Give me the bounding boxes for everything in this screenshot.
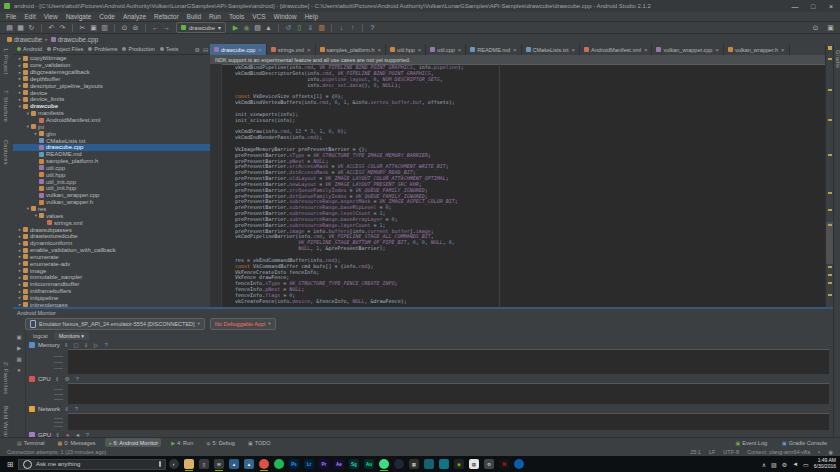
chrome-icon[interactable]	[257, 457, 271, 471]
pause-icon[interactable]: ‖	[63, 342, 70, 348]
editor-tab-drawcube-cpp[interactable]: drawcube.cpp×	[210, 44, 267, 55]
tree-item-strings-xml[interactable]: strings.xml	[13, 219, 210, 226]
lightroom-icon[interactable]: Lr	[302, 457, 316, 471]
save-icon[interactable]: ▦	[16, 22, 25, 33]
open-icon[interactable]: ▤	[5, 22, 14, 33]
menu-file[interactable]: File	[6, 13, 16, 20]
code-text[interactable]: vkCmdBindPipeline(info.cmd, VK_PIPELINE_…	[223, 65, 825, 307]
toolwindow-button-6-android-monitor[interactable]: ●6: Android Monitor	[105, 438, 161, 447]
task-view-icon[interactable]: ◐	[167, 457, 181, 471]
premiere-icon[interactable]: Pr	[317, 457, 331, 471]
tree-item-drawsubpasses[interactable]: ▸drawsubpasses	[13, 226, 210, 233]
editor-tab-vulkan_wrapper-h[interactable]: vulkan_wrapper.h×	[724, 44, 790, 55]
editor-tab-util-cpp[interactable]: util.cpp×	[426, 44, 466, 55]
tree-item-util-cpp[interactable]: util.cpp	[13, 165, 210, 172]
tree-item-values[interactable]: ▾values	[13, 212, 210, 219]
menu-vcs[interactable]: VCS	[252, 13, 265, 20]
gc-icon[interactable]: ▢	[73, 342, 80, 348]
copy-icon[interactable]: ▣	[89, 22, 98, 33]
cortana-search[interactable]: Ask me anything	[18, 459, 166, 470]
menu-refactor[interactable]: Refactor	[154, 13, 179, 20]
tree-item-res[interactable]: ▾res	[13, 206, 210, 213]
gear-icon[interactable]: ⚙	[64, 376, 71, 382]
menu-view[interactable]: View	[44, 13, 58, 20]
status-widget[interactable]: LF	[709, 449, 715, 455]
taskbar-clock[interactable]: 1:49 AM 6/30/2016	[814, 458, 836, 469]
close-icon[interactable]: ×	[378, 47, 382, 53]
tree-item-depthbuffer[interactable]: ▸depthbuffer	[13, 76, 210, 83]
settings-icon[interactable]: ⚙	[195, 46, 200, 53]
teal-app-2-icon[interactable]	[437, 457, 451, 471]
tree-item-descriptor_pipeline_layouts[interactable]: ▸descriptor_pipeline_layouts	[13, 82, 210, 89]
close-icon[interactable]: ×	[644, 47, 648, 53]
editor-tab-androidmanifest-xml[interactable]: AndroidManifest.xml×	[580, 44, 652, 55]
photos-icon[interactable]: ▲	[227, 457, 241, 471]
editor-tab-readme-md[interactable]: README.md×	[466, 44, 521, 55]
teal-app-icon[interactable]	[422, 457, 436, 471]
tree-item-drawtexturedcube[interactable]: ▸drawtexturedcube	[13, 233, 210, 240]
status-widget[interactable]: UTF-8	[723, 449, 739, 455]
tree-item-core_validation[interactable]: ▸core_validation	[13, 62, 210, 69]
tray-expand-icon[interactable]: ∧	[762, 461, 766, 468]
device-dropdown[interactable]: Emulator Nexus_6P_API_24 emulator-5554 […	[25, 318, 205, 330]
tree-item-jni[interactable]: ▾jni	[13, 123, 210, 130]
tree-item-drawcube[interactable]: ▾drawcube	[13, 103, 210, 110]
toolwindow-button-gradle-console[interactable]: ▣Gradle Console	[779, 438, 830, 447]
nvidia-icon[interactable]: ◉	[452, 457, 466, 471]
sync-gradle-icon[interactable]: ↺	[284, 22, 293, 33]
android-studio-icon[interactable]	[377, 457, 391, 471]
process-dropdown[interactable]: No Debuggable Appl ▾	[210, 318, 276, 330]
menu-code[interactable]: Code	[99, 13, 115, 20]
tray-volume-icon[interactable]: ◄	[792, 461, 798, 468]
tree-item-util_init-hpp[interactable]: util_init.hpp	[13, 185, 210, 192]
redo-icon[interactable]: ↷	[58, 22, 67, 33]
tree-item-androidmanifest-xml[interactable]: AndroidManifest.xml	[13, 117, 210, 124]
monitor-tab-monitors[interactable]: Monitors ▾	[54, 332, 89, 340]
start-button[interactable]: ⊞	[3, 460, 17, 469]
tree-item-samples_platform-h[interactable]: samples_platform.h	[13, 158, 210, 165]
qr-app-icon[interactable]: ▦	[407, 457, 421, 471]
tree-item-drawcube-cpp[interactable]: drawcube.cpp	[13, 144, 210, 151]
tree-item-enumerate-adv[interactable]: ▸enumerate-adv	[13, 260, 210, 267]
steam-icon[interactable]	[392, 457, 406, 471]
toolwindow-button-terminal[interactable]: ▤Terminal	[14, 438, 48, 447]
tree-item-immutable_sampler[interactable]: ▸immutable_sampler	[13, 274, 210, 281]
netflix-icon[interactable]: N	[497, 457, 511, 471]
editor-tab-strings-xml[interactable]: strings.xml×	[267, 44, 316, 55]
close-button[interactable]: ×	[826, 3, 836, 10]
tree-item-enumerate[interactable]: ▸enumerate	[13, 253, 210, 260]
tree-item-util-hpp[interactable]: util.hpp	[13, 171, 210, 178]
tool-button-1-project[interactable]: 1: Project	[3, 48, 9, 74]
toolwindow-button-todo[interactable]: ▣TODO	[245, 438, 274, 447]
tree-item-device[interactable]: ▸device	[13, 89, 210, 96]
phone-app-icon[interactable]: ▯	[197, 457, 211, 471]
screen-record-icon[interactable]: ▶	[17, 345, 21, 351]
close-icon[interactable]: ×	[572, 47, 576, 53]
close-icon[interactable]: ×	[715, 47, 719, 53]
editor-tab-vulkan_wrapper-cpp[interactable]: vulkan_wrapper.cpp×	[652, 44, 723, 55]
menu-window[interactable]: Window	[274, 13, 297, 20]
sdk-manager-icon[interactable]: ⇓	[306, 22, 315, 33]
tree-item-readme-md[interactable]: README.md	[13, 151, 210, 158]
screenshot-icon[interactable]: ▣	[16, 334, 21, 340]
terminate-icon[interactable]: ●	[17, 367, 20, 373]
spotify-icon[interactable]	[272, 457, 286, 471]
pause-icon[interactable]: ‖	[54, 376, 61, 382]
tree-item-glm[interactable]: ▸glm	[13, 130, 210, 137]
editor-tab-cmakelists-txt[interactable]: CMakeLists.txt×	[522, 44, 581, 55]
tool-button-2-favorites[interactable]: 2: Favorites	[3, 362, 9, 394]
attach-icon[interactable]: ▲	[264, 22, 273, 33]
debug-icon[interactable]: ◉	[242, 22, 251, 33]
scope-tab-production[interactable]: Production	[120, 44, 156, 54]
undo-icon[interactable]: ↶	[47, 22, 56, 33]
calendar-icon[interactable]: ▦	[467, 457, 481, 471]
vcs-commit-icon[interactable]: ↑	[348, 22, 357, 33]
toolwindow-button-4-run[interactable]: ▶4: Run	[168, 438, 196, 447]
scope-tab-project-files[interactable]: Project Files	[45, 44, 85, 54]
maximize-button[interactable]: □	[808, 3, 818, 10]
menu-help[interactable]: Help	[305, 13, 318, 20]
tree-item-initpipeline[interactable]: ▸initpipeline	[13, 295, 210, 302]
close-icon[interactable]: ×	[258, 47, 262, 53]
collapse-all-icon[interactable]: ⊟	[203, 46, 208, 53]
mail-icon[interactable]: ✉	[212, 457, 226, 471]
